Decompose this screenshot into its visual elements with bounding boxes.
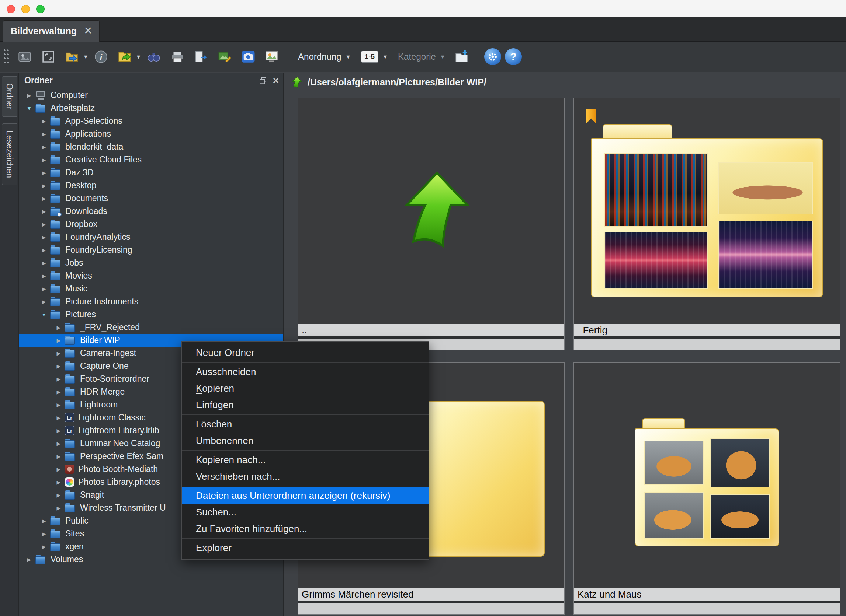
tile-parent-folder[interactable]: .. xyxy=(298,98,565,351)
close-tab-icon[interactable]: × xyxy=(84,24,92,37)
menu-item-suchen[interactable]: Suchen... xyxy=(182,504,429,521)
fullscreen-icon[interactable] xyxy=(38,46,58,67)
tree-item-downloads[interactable]: ▶Downloads xyxy=(19,205,283,218)
expand-arrow-icon[interactable]: ▶ xyxy=(54,415,63,421)
menu-item-kopieren[interactable]: Kopieren xyxy=(182,380,429,397)
expand-arrow-icon[interactable]: ▶ xyxy=(54,363,63,369)
expand-arrow-icon[interactable]: ▶ xyxy=(54,351,63,356)
kategorie-dropdown[interactable]: Kategorie ▾ xyxy=(394,51,448,62)
menu-item-explorer[interactable]: Explorer xyxy=(182,540,429,556)
expand-arrow-icon[interactable]: ▶ xyxy=(39,170,49,176)
parent-folder-thumbnail[interactable] xyxy=(298,98,564,324)
expand-arrow-icon[interactable]: ▶ xyxy=(54,479,63,485)
expand-arrow-icon[interactable]: ▶ xyxy=(39,273,49,279)
tree-item-documents[interactable]: ▶Documents xyxy=(19,192,283,205)
expand-arrow-icon[interactable]: ▶ xyxy=(39,221,49,227)
side-tab-ordner[interactable]: Ordner xyxy=(2,76,17,117)
expand-arrow-icon[interactable]: ▶ xyxy=(39,544,49,550)
side-tab-lesezeichen[interactable]: Lesezeichen xyxy=(2,123,17,185)
open-folder-dropdown-icon[interactable]: ▾ xyxy=(137,53,140,61)
rating-filter-dropdown[interactable]: 1-5 ▾ xyxy=(358,51,391,63)
menu-item-dateien-aus-unterordnern-anzeigen-rekursiv[interactable]: Dateien aus Unterordnern anzeigen (rekur… xyxy=(182,487,429,504)
go-up-button[interactable] xyxy=(290,76,302,88)
tree-item-app-selections[interactable]: ▶App-Selections xyxy=(19,114,283,128)
tree-item-daz-3d[interactable]: ▶Daz 3D xyxy=(19,166,283,179)
tree-item-foundrylicensing[interactable]: ▶FoundryLicensing xyxy=(19,243,283,257)
tree-item-arbeitsplatz[interactable]: ▼Arbeitsplatz xyxy=(19,102,283,114)
tree-item-_frv_rejected[interactable]: ▶_FRV_Rejected xyxy=(19,321,283,334)
tree-item-jobs[interactable]: ▶Jobs xyxy=(19,257,283,269)
search-binoculars-icon[interactable] xyxy=(144,46,164,67)
tile-katz-und-maus[interactable]: Katz und Maus xyxy=(574,362,840,615)
tree-item-dropbox[interactable]: ▶Dropbox xyxy=(19,218,283,231)
expand-arrow-icon[interactable]: ▶ xyxy=(39,183,49,189)
expand-arrow-icon[interactable]: ▶ xyxy=(39,299,49,305)
expand-arrow-icon[interactable]: ▶ xyxy=(54,453,63,459)
expand-arrow-icon[interactable]: ▶ xyxy=(39,247,49,253)
zoom-window-button[interactable] xyxy=(36,5,45,13)
tree-item-blenderkit_data[interactable]: ▶blenderkit_data xyxy=(19,140,283,153)
minimize-window-button[interactable] xyxy=(21,5,30,13)
camera-icon[interactable] xyxy=(238,46,258,67)
expand-arrow-icon[interactable]: ▶ xyxy=(24,92,34,98)
move-to-folder-dropdown-icon[interactable]: ▾ xyxy=(84,53,87,61)
help-icon[interactable]: ? xyxy=(505,48,522,65)
expand-arrow-icon[interactable]: ▶ xyxy=(24,557,34,563)
move-to-folder-icon[interactable] xyxy=(62,46,82,67)
expand-arrow-icon[interactable]: ▶ xyxy=(54,428,63,434)
close-panel-icon[interactable]: × xyxy=(273,76,279,86)
tile-fertig[interactable]: _Fertig xyxy=(574,98,840,351)
new-folder-icon[interactable] xyxy=(452,46,472,67)
anordnung-dropdown[interactable]: Anordnung ▾ xyxy=(294,51,353,62)
expand-arrow-icon[interactable]: ▶ xyxy=(39,118,49,124)
menu-item-kopieren-nach[interactable]: Kopieren nach... xyxy=(182,452,429,468)
menu-item-verschieben-nach[interactable]: Verschieben nach... xyxy=(182,468,429,485)
menu-item-löschen[interactable]: Löschen xyxy=(182,416,429,433)
expand-arrow-icon[interactable]: ▶ xyxy=(39,208,49,214)
menu-item-ausschneiden[interactable]: Ausschneiden xyxy=(182,364,429,380)
settings-gear-icon[interactable] xyxy=(484,48,501,65)
menu-item-neuer-ordner[interactable]: Neuer Ordner xyxy=(182,345,429,361)
image-viewer-icon[interactable] xyxy=(15,46,35,67)
expand-arrow-icon[interactable]: ▶ xyxy=(39,131,49,137)
fertig-folder-thumbnail[interactable] xyxy=(574,98,840,324)
export-icon[interactable] xyxy=(191,46,211,67)
expand-arrow-icon[interactable]: ▶ xyxy=(54,389,63,395)
tree-item-applications[interactable]: ▶Applications xyxy=(19,128,283,140)
expand-arrow-icon[interactable]: ▶ xyxy=(39,144,49,150)
tree-item-creative-cloud-files[interactable]: ▶Creative Cloud Files xyxy=(19,153,283,166)
tree-item-foundryanalytics[interactable]: ▶FoundryAnalytics xyxy=(19,231,283,243)
expand-arrow-icon[interactable]: ▶ xyxy=(54,337,63,343)
wallpaper-icon[interactable] xyxy=(262,46,282,67)
expand-arrow-icon[interactable]: ▶ xyxy=(54,466,63,472)
expand-arrow-icon[interactable]: ▶ xyxy=(39,196,49,201)
menu-item-zu-favoriten-hinzufügen[interactable]: Zu Favoriten hinzufügen... xyxy=(182,521,429,537)
expand-arrow-icon[interactable]: ▶ xyxy=(39,157,49,163)
undock-icon[interactable] xyxy=(258,76,268,85)
expand-arrow-icon[interactable]: ▶ xyxy=(39,260,49,266)
tree-item-picture-instruments[interactable]: ▶Picture Instruments xyxy=(19,295,283,308)
tree-item-movies[interactable]: ▶Movies xyxy=(19,269,283,282)
tree-item-pictures[interactable]: ▼Pictures xyxy=(19,308,283,321)
katz-folder-thumbnail[interactable] xyxy=(574,362,840,588)
expand-arrow-icon[interactable]: ▶ xyxy=(54,376,63,382)
print-icon[interactable] xyxy=(168,46,187,67)
expand-arrow-icon[interactable]: ▶ xyxy=(54,324,63,330)
expand-arrow-icon[interactable]: ▶ xyxy=(54,441,63,447)
open-folder-icon[interactable] xyxy=(115,46,135,67)
close-window-button[interactable] xyxy=(7,5,15,13)
expand-arrow-icon[interactable]: ▶ xyxy=(39,531,49,537)
edit-image-icon[interactable] xyxy=(215,46,235,67)
tree-item-desktop[interactable]: ▶Desktop xyxy=(19,179,283,192)
expand-arrow-icon[interactable]: ▶ xyxy=(39,234,49,240)
expand-arrow-icon[interactable]: ▶ xyxy=(54,505,63,511)
menu-item-einfügen[interactable]: Einfügen xyxy=(182,397,429,414)
expand-arrow-icon[interactable]: ▶ xyxy=(39,518,49,524)
tree-item-music[interactable]: ▶Music xyxy=(19,282,283,295)
expand-arrow-icon[interactable]: ▶ xyxy=(39,286,49,292)
expand-arrow-icon[interactable]: ▶ xyxy=(54,402,63,408)
info-icon[interactable]: i xyxy=(91,46,111,67)
tree-item-computer[interactable]: ▶Computer xyxy=(19,89,283,102)
collapse-arrow-icon[interactable]: ▼ xyxy=(24,106,34,111)
tab-bildverwaltung[interactable]: Bildverwaltung × xyxy=(3,20,100,42)
